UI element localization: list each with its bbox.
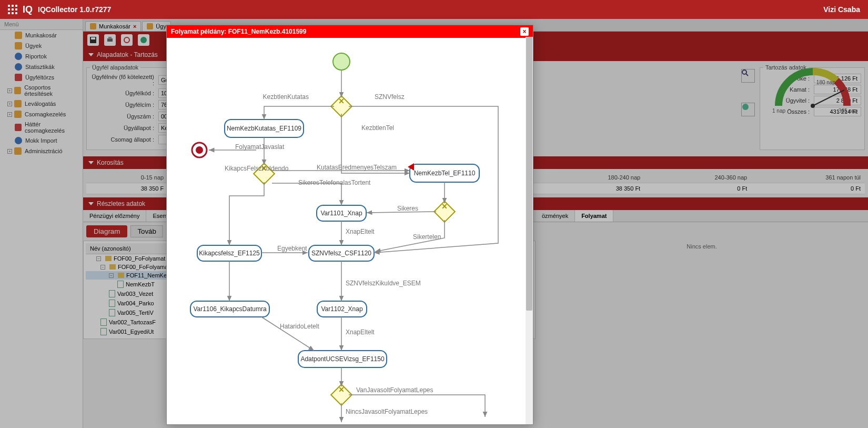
svg-text:KezbtlenTel: KezbtlenTel [361, 124, 394, 132]
svg-text:HataridoLetelt: HataridoLetelt [280, 323, 319, 330]
svg-text:VanJavasoltFolyamatLepes: VanJavasoltFolyamatLepes [356, 386, 433, 394]
svg-text:XnapEltelt: XnapEltelt [346, 228, 375, 235]
app-title: IQCollector 1.0.r7277 [38, 5, 111, 14]
svg-text:NemKezbKutatas_EF1109: NemKezbKutatas_EF1109 [227, 125, 301, 132]
close-icon[interactable]: × [520, 27, 529, 36]
svg-text:XnapEltelt: XnapEltelt [346, 329, 375, 336]
scroll-thumb[interactable] [526, 37, 532, 311]
user-name[interactable]: Vizi Csaba [823, 5, 860, 14]
svg-text:Kikapcsfelsz_EF1125: Kikapcsfelsz_EF1125 [199, 250, 260, 257]
process-modal: Folyamat példány: FOF11_NemKezb.4101599 … [166, 25, 533, 425]
svg-text:Var1106_KikapcsDatumra: Var1106_KikapcsDatumra [193, 305, 267, 313]
app-grip-icon[interactable] [8, 5, 17, 14]
svg-text:SZNVfelsz: SZNVfelsz [375, 93, 405, 101]
svg-text:Var1102_Xnap: Var1102_Xnap [321, 305, 363, 313]
svg-text:FolyamatJavaslat: FolyamatJavaslat [235, 143, 285, 151]
bpmn-diagram[interactable]: × × × × NemKezbKutatas_EF1109 NemKezbTel… [167, 38, 533, 422]
svg-text:NemKezbTel_EF1110: NemKezbTel_EF1110 [414, 170, 476, 177]
svg-text:SZNVfelsz_CSF1120: SZNVfelsz_CSF1120 [311, 250, 371, 257]
svg-text:NincsJavasoltFolyamatLepes: NincsJavasoltFolyamatLepes [346, 408, 428, 415]
scrollbar[interactable] [526, 37, 533, 424]
svg-text:Sikertelen: Sikertelen [413, 233, 441, 241]
modal-header: Folyamat példány: FOF11_NemKezb.4101599 … [167, 25, 533, 38]
top-bar: IQ IQCollector 1.0.r7277 Vizi Csaba [0, 0, 868, 19]
svg-text:KikapcsFelszKuldendo: KikapcsFelszKuldendo [225, 165, 289, 172]
svg-text:Var1101_Xnap: Var1101_Xnap [320, 210, 362, 217]
modal-title: Folyamat példány: FOF11_NemKezb.4101599 [171, 28, 306, 35]
svg-text:SZNVfelszKikuldve_ESEM: SZNVfelszKikuldve_ESEM [346, 280, 421, 287]
svg-text:Sikeres: Sikeres [397, 205, 418, 212]
svg-text:SikeresTelefonalasTortent: SikeresTelefonalasTortent [298, 179, 371, 186]
svg-text:KutatasEredmenyesTelszam: KutatasEredmenyesTelszam [317, 164, 397, 171]
svg-text:KezbtlenKutatas: KezbtlenKutatas [263, 93, 309, 101]
bpmn-start-event [333, 53, 350, 70]
svg-point-12 [196, 146, 203, 154]
svg-text:Egyebkent: Egyebkent [277, 245, 307, 252]
svg-text:AdatpontUCSEVizsg_EF1150: AdatpontUCSEVizsg_EF1150 [300, 355, 385, 363]
app-logo: IQ [23, 4, 33, 15]
